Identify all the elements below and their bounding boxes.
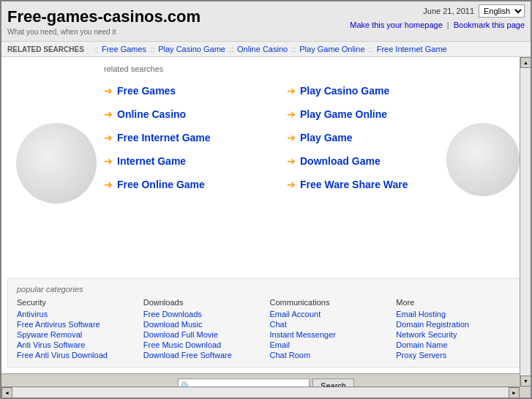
- list-item: ➔ Internet Game: [104, 149, 287, 173]
- list-item: ➔ Free Online Game: [104, 173, 287, 196]
- cat-link-free-anti-virus-download[interactable]: Free Anti Virus Download: [17, 351, 136, 359]
- categories-section: popular categories Security Antivirus Fr…: [7, 278, 525, 368]
- nav-label: RELATED SEARCHES: [7, 45, 84, 53]
- category-more: More Email Hosting Domain Registration N…: [396, 298, 515, 361]
- link-free-games[interactable]: Free Games: [117, 85, 176, 97]
- list-item: ➔ Play Casino Game: [287, 79, 470, 102]
- cat-link-spyware-removal[interactable]: Spyware Removal: [17, 330, 136, 339]
- arrow-icon: ➔: [287, 108, 296, 120]
- arrow-icon: ➔: [104, 85, 113, 97]
- nav-item-free-internet-game[interactable]: Free Internet Game: [377, 45, 447, 53]
- list-item: ➔ Play Game Online: [287, 102, 470, 126]
- cat-link-free-antivirus-software[interactable]: Free Antivirus Software: [17, 320, 136, 329]
- nav-item-play-game-online[interactable]: Play Game Online: [299, 45, 364, 53]
- category-security: Security Antivirus Free Antivirus Softwa…: [17, 298, 136, 361]
- top-right: June 21, 2011 English Make this your hom…: [350, 4, 525, 29]
- search-section: related searches ➔ Free Games ➔ Play Cas…: [1, 57, 531, 278]
- scroll-left-button[interactable]: ◄: [1, 387, 12, 398]
- arrow-icon: ➔: [104, 108, 113, 120]
- site-subtitle: What you need, when you need it: [7, 28, 201, 36]
- list-item: ➔ Free Games: [104, 79, 287, 102]
- list-item: ➔ Free Ware Share Ware: [287, 173, 470, 196]
- list-item: ➔ Download Game: [287, 149, 470, 173]
- date: June 21, 2011: [423, 7, 474, 15]
- scroll-up-button[interactable]: ▲: [520, 57, 531, 68]
- list-item: ➔ Play Game: [287, 126, 470, 149]
- scroll-right-button[interactable]: ►: [509, 387, 520, 398]
- scroll-h-track: [12, 387, 509, 398]
- arrow-icon: ➔: [104, 179, 113, 190]
- language-select[interactable]: English: [479, 4, 525, 18]
- link-download-game[interactable]: Download Game: [300, 155, 381, 167]
- cat-link-antivirus[interactable]: Antivirus: [17, 310, 136, 318]
- cat-link-email-hosting[interactable]: Email Hosting: [396, 310, 515, 318]
- arrow-icon: ➔: [287, 132, 296, 143]
- site-title: Free-games-casinos.com: [7, 7, 201, 26]
- cat-link-anti-virus-software[interactable]: Anti Virus Software: [17, 340, 136, 349]
- cat-link-chat[interactable]: Chat: [270, 320, 389, 329]
- list-item: ➔ Online Casino: [104, 102, 287, 126]
- arrow-icon: ➔: [287, 155, 296, 167]
- main-content: related searches ➔ Free Games ➔ Play Cas…: [1, 57, 531, 398]
- bookmark-link[interactable]: Bookmark this page: [454, 20, 525, 29]
- cat-link-download-free-software[interactable]: Download Free Software: [143, 351, 263, 359]
- link-free-online-game[interactable]: Free Online Game: [117, 179, 205, 190]
- related-searches-label: related searches: [104, 64, 516, 73]
- nav-bar: RELATED SEARCHES :: Free Games :: Play C…: [1, 42, 531, 57]
- cat-link-email-account[interactable]: Email Account: [270, 310, 389, 318]
- cat-link-free-music-download[interactable]: Free Music Download: [143, 340, 263, 349]
- category-heading-communications: Communications: [270, 298, 389, 307]
- cat-link-download-music[interactable]: Download Music: [143, 320, 263, 329]
- link-online-casino[interactable]: Online Casino: [117, 108, 186, 120]
- scroll-down-button[interactable]: ▼: [520, 376, 531, 387]
- links-grid: ➔ Free Games ➔ Play Casino Game ➔ Online…: [104, 79, 470, 196]
- link-free-ware-share-ware[interactable]: Free Ware Share Ware: [300, 179, 408, 190]
- link-play-game[interactable]: Play Game: [300, 132, 353, 143]
- top-links: Make this your homepage | Bookmark this …: [350, 20, 525, 29]
- link-internet-game[interactable]: Internet Game: [117, 155, 186, 167]
- nav-item-play-casino-game[interactable]: Play Casino Game: [158, 45, 225, 53]
- cat-link-proxy-servers[interactable]: Proxy Servers: [396, 351, 515, 359]
- list-item: ➔ Free Internet Game: [104, 126, 287, 149]
- category-communications: Communications Email Account Chat Instan…: [270, 298, 389, 361]
- cat-link-email[interactable]: Email: [270, 340, 389, 349]
- vertical-scrollbar: ▲ ▼: [520, 57, 531, 387]
- cat-link-instant-messenger[interactable]: Instant Messenger: [270, 330, 389, 339]
- arrow-icon: ➔: [287, 179, 296, 190]
- categories-grid: Security Antivirus Free Antivirus Softwa…: [17, 298, 515, 361]
- category-heading-security: Security: [17, 298, 136, 307]
- nav-item-free-games[interactable]: Free Games: [102, 45, 146, 53]
- link-free-internet-game[interactable]: Free Internet Game: [117, 132, 211, 143]
- link-separator: |: [447, 20, 452, 29]
- cat-link-download-full-movie[interactable]: Download Full Movie: [143, 330, 263, 339]
- category-heading-more: More: [396, 298, 515, 307]
- horizontal-scrollbar: ◄ ►: [1, 387, 520, 398]
- top-bar: Free-games-casinos.com What you need, wh…: [1, 1, 531, 42]
- link-play-casino-game[interactable]: Play Casino Game: [300, 85, 389, 97]
- cat-link-network-security[interactable]: Network Security: [396, 330, 515, 339]
- cat-link-domain-name[interactable]: Domain Name: [396, 340, 515, 349]
- category-downloads: Downloads Free Downloads Download Music …: [143, 298, 263, 361]
- date-lang: June 21, 2011 English: [350, 4, 525, 18]
- homepage-link[interactable]: Make this your homepage: [350, 20, 443, 29]
- arrow-icon: ➔: [104, 155, 113, 167]
- cat-link-domain-registration[interactable]: Domain Registration: [396, 320, 515, 329]
- arrow-icon: ➔: [287, 85, 296, 97]
- arrow-icon: ➔: [104, 132, 113, 143]
- site-info: Free-games-casinos.com What you need, wh…: [7, 4, 201, 36]
- cat-link-chat-room[interactable]: Chat Room: [270, 351, 389, 359]
- nav-item-online-casino[interactable]: Online Casino: [237, 45, 288, 53]
- categories-label: popular categories: [17, 285, 515, 294]
- scroll-track: [520, 68, 531, 376]
- cat-link-free-downloads[interactable]: Free Downloads: [143, 310, 263, 318]
- link-play-game-online[interactable]: Play Game Online: [300, 108, 387, 120]
- category-heading-downloads: Downloads: [143, 298, 263, 307]
